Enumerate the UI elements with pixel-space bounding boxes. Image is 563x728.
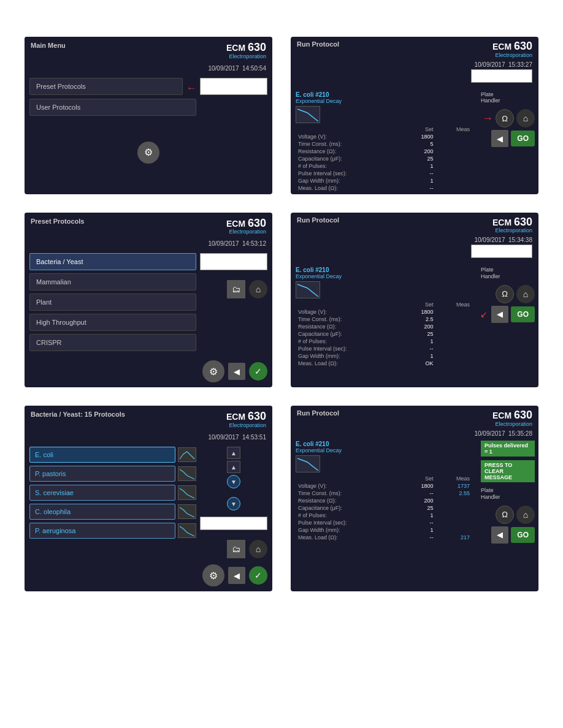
row-meas	[436, 352, 472, 360]
coleophila-chart-icon	[178, 504, 196, 519]
bacteria-ecoli-button[interactable]: E. coli	[29, 447, 175, 463]
run-1-right: PlateHandler → Ω ⌂ ◀ GO	[477, 89, 538, 194]
run-2-go-button[interactable]: GO	[511, 306, 535, 322]
main-menu-title: Main Menu	[31, 42, 66, 49]
run-3-back-button[interactable]: ◀	[491, 526, 508, 544]
run-1-back-button[interactable]: ◀	[491, 130, 508, 147]
run-3-datetime: 10/09/2017 15:35:28	[474, 430, 532, 437]
scroll-down-button[interactable]: ▼	[227, 475, 240, 488]
main-menu-right	[200, 78, 267, 119]
run-protocol-1-title: Run Protocol	[297, 40, 339, 59]
bacteria-ppastoris-button[interactable]: P. pastoris	[29, 466, 175, 482]
run-3-go-button[interactable]: GO	[511, 527, 535, 543]
run-3-protocol-type: Exponential Decay	[296, 447, 472, 453]
table-row: Voltage (V): 1800	[296, 133, 472, 140]
run-3-omega-button[interactable]: Ω	[496, 506, 514, 524]
run-2-datetime: 10/09/2017 15:34:38	[474, 237, 532, 243]
bacteria-scerevisiae-button[interactable]: S. cerevisiae	[29, 485, 175, 501]
preset-protocols-button[interactable]: Preset Protocols	[29, 78, 183, 95]
gear-icon: ⚙	[144, 146, 153, 158]
table-row: Pulse Interval (sec): --	[296, 519, 472, 526]
brand-sub: Electroporation	[226, 54, 266, 60]
preset-mammalian-button[interactable]: Mammalian	[29, 273, 196, 290]
bacteria-body: E. coli P. pastoris	[25, 443, 272, 562]
bacteria-back-button[interactable]: ◀	[228, 567, 245, 584]
row-meas	[436, 170, 472, 177]
run-3-table: Set Meas Voltage (V): 1800 1737 Time Con…	[296, 475, 472, 541]
row-meas	[436, 184, 472, 192]
preset-protocols-panel: Preset Protocols ECM 630 Electroporation…	[25, 213, 272, 388]
scroll-up-button[interactable]: ▲	[227, 447, 240, 459]
main-input-box[interactable]	[200, 78, 267, 95]
run-3-home-button[interactable]: ⌂	[516, 506, 535, 524]
run-3-press-message[interactable]: PRESS TO CLEAR MESSAGE	[481, 460, 535, 482]
gear-button[interactable]: ⚙	[137, 142, 159, 164]
run-1-omega-button[interactable]: Ω	[496, 109, 514, 127]
row-set: 1	[402, 526, 435, 534]
run-2-input[interactable]	[471, 245, 532, 258]
folder-button[interactable]: 🗂	[227, 280, 245, 298]
row-label: Resistance (Ω):	[296, 148, 402, 155]
run-2-omega-button[interactable]: Ω	[496, 285, 514, 303]
bacteria-bottom-row: ⚙ ◀ ✓	[25, 562, 272, 591]
preset-plant-button[interactable]: Plant	[29, 294, 196, 311]
bacteria-home-button[interactable]: ⌂	[249, 540, 267, 558]
run-1-datetime: 10/09/2017 15:33:27	[474, 61, 532, 68]
run-brand-sub-3: Electroporation	[492, 422, 532, 428]
row-set: OK	[402, 360, 435, 367]
bacteria-right: ▲ ▲ ▼ ▼ 🗂 ⌂	[200, 447, 267, 558]
row-meas	[436, 162, 472, 170]
user-protocols-button[interactable]: User Protocols	[29, 99, 196, 116]
bacteria-check-button[interactable]: ✓	[249, 566, 267, 585]
run-1-input[interactable]	[471, 69, 532, 83]
run-1-protocol-name: E. coli #210	[296, 91, 472, 98]
table-row: Gap Width (mm): 1	[296, 526, 472, 534]
run-brand-2: ECM 630 Electroporation	[492, 216, 532, 235]
row-meas	[436, 140, 472, 148]
run-3-mini-chart	[296, 455, 320, 472]
row-meas	[436, 330, 472, 338]
preset-back-button[interactable]: ◀	[228, 363, 245, 380]
bacteria-paeruginosa-button[interactable]: P. aeruginosa	[29, 523, 175, 539]
row-label: Gap Width (mm):	[296, 352, 402, 360]
row-meas	[436, 519, 472, 526]
table-row: Gap Width (mm): 1	[296, 352, 472, 360]
preset-bacteria-yeast-button[interactable]: Bacteria / Yeast	[29, 253, 196, 270]
bacteria-input[interactable]	[200, 517, 267, 530]
run-2-back-button[interactable]: ◀	[491, 306, 508, 323]
bacteria-yeast-panel: Bacteria / Yeast: 15 Protocols ECM 630 E…	[25, 406, 272, 591]
preset-input[interactable]	[200, 253, 267, 270]
bacteria-scroll-arrows: ▲ ▲ ▼ ▼	[200, 447, 267, 510]
bacteria-gear-button[interactable]: ⚙	[202, 564, 224, 586]
run-2-protocol-type: Exponential Decay	[296, 273, 472, 279]
bacteria-paeruginosa-item: P. aeruginosa	[29, 523, 196, 539]
run-3-body: E. coli #210 Exponential Decay Set	[291, 438, 538, 546]
row-set: 1	[402, 162, 435, 170]
preset-bottom-row: ⚙ ◀ ✓	[25, 358, 272, 387]
home-button[interactable]: ⌂	[249, 280, 267, 298]
run-1-go-button[interactable]: GO	[511, 131, 535, 146]
row-set: 1	[402, 338, 435, 345]
preset-check-button[interactable]: ✓	[249, 362, 267, 381]
row-label: Pulse Interval (sec):	[296, 345, 402, 352]
preset-title: Preset Protocols	[31, 218, 84, 225]
preset-gear-button[interactable]: ⚙	[202, 360, 224, 382]
scroll-up2-button[interactable]: ▲	[227, 461, 240, 473]
preset-crispr-button[interactable]: CRISPR	[29, 334, 196, 351]
table-row: Pulse Interval (sec): --	[296, 345, 472, 352]
scroll-down2-button[interactable]: ▼	[227, 497, 240, 510]
row-label: # of Pulses:	[296, 162, 402, 170]
run-brand-sub-2: Electroporation	[492, 228, 532, 234]
bacteria-datetime: 10/09/2017 14:53:51	[208, 434, 266, 441]
preset-high-throughput-button[interactable]: High Throughput	[29, 314, 196, 331]
run-2-home-button[interactable]: ⌂	[516, 285, 535, 303]
row-meas	[436, 323, 472, 330]
brand-name: ECM 630	[226, 42, 266, 54]
bacteria-coleophila-button[interactable]: C. oleophila	[29, 504, 175, 520]
bacteria-folder-button[interactable]: 🗂	[227, 540, 245, 558]
row-set: --	[402, 519, 435, 526]
run-1-home-button[interactable]: ⌂	[516, 109, 535, 127]
run-3-right: Pulses delivered = 1 PRESS TO CLEAR MESS…	[477, 438, 538, 546]
row-set: 5	[402, 140, 435, 148]
table-row: Resistance (Ω): 200	[296, 323, 472, 330]
